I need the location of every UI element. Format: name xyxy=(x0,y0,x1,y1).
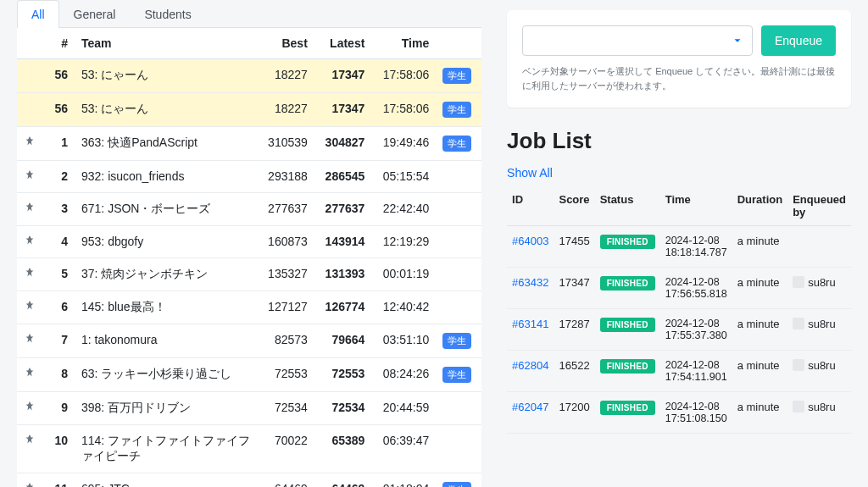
table-row: 9398: 百万円ドリブン725347253420:44:59 xyxy=(17,392,481,425)
rank: 6 xyxy=(42,291,75,324)
badge-cell xyxy=(436,392,481,425)
server-select[interactable] xyxy=(522,25,753,56)
time: 05:15:54 xyxy=(371,161,436,193)
best-score: 18227 xyxy=(257,59,314,93)
col-by: Enqueued by xyxy=(787,186,851,226)
pin-icon[interactable] xyxy=(17,226,42,258)
best-score: 127127 xyxy=(257,291,314,324)
badge-cell: 学生 xyxy=(436,358,481,392)
pin-icon[interactable] xyxy=(17,358,42,392)
latest-score: 72534 xyxy=(314,392,372,425)
badge-cell xyxy=(436,291,481,324)
best-score: 64469 xyxy=(257,473,314,488)
badge-cell: 学生 xyxy=(436,473,481,488)
time: 03:51:10 xyxy=(371,324,436,358)
job-duration: a minute xyxy=(732,226,787,268)
pin-icon[interactable] xyxy=(17,127,42,161)
job-time: 2024-12-0817:55:37.380 xyxy=(660,309,732,351)
rank: 9 xyxy=(42,392,75,425)
badge-cell: 学生 xyxy=(436,59,481,93)
student-badge: 学生 xyxy=(442,367,471,383)
pin-icon[interactable] xyxy=(17,193,42,226)
latest-score: 277637 xyxy=(314,193,372,226)
job-time: 2024-12-0817:56:55.818 xyxy=(660,268,732,309)
job-score: 17200 xyxy=(554,392,594,434)
best-score: 135327 xyxy=(257,258,314,291)
table-row: 537: 焼肉ジャンボチキン13532713139300:01:19 xyxy=(17,258,481,291)
best-score: 310539 xyxy=(257,127,314,161)
best-score: 18227 xyxy=(257,93,314,127)
job-id-link[interactable]: #63432 xyxy=(512,276,548,289)
table-row: 2932: isucon_friends29318828654505:15:54 xyxy=(17,161,481,193)
rank: 56 xyxy=(42,59,75,93)
team-name[interactable]: 114: ファイトファイトファイファイピーチ xyxy=(75,425,257,473)
jobs-table: ID Score Status Time Duration Enqueued b… xyxy=(507,186,851,434)
job-score: 17455 xyxy=(554,226,594,268)
team-name[interactable]: 932: isucon_friends xyxy=(75,161,257,193)
team-name[interactable]: 363: 快適PandAScript xyxy=(75,127,257,161)
latest-score: 304827 xyxy=(314,127,372,161)
rank: 8 xyxy=(42,358,75,392)
job-id-link[interactable]: #62804 xyxy=(512,359,548,372)
team-name[interactable]: 671: JSON・ボーヒーズ xyxy=(75,193,257,226)
time: 08:24:26 xyxy=(371,358,436,392)
job-time: 2024-12-0817:54:11.901 xyxy=(660,351,732,392)
student-badge: 学生 xyxy=(442,102,471,118)
team-name[interactable]: 53: にゃーん xyxy=(75,93,257,127)
team-name[interactable]: 398: 百万円ドリブン xyxy=(75,392,257,425)
job-score: 17347 xyxy=(554,268,594,309)
col-time: Time xyxy=(371,28,436,59)
job-duration: a minute xyxy=(732,392,787,434)
table-row: 4953: dbgofy16087314391412:19:29 xyxy=(17,226,481,258)
tab-students[interactable]: Students xyxy=(130,0,205,28)
table-row: 863: ラッキー小杉乗り過ごし725537255308:24:26学生 xyxy=(17,358,481,392)
tab-general[interactable]: General xyxy=(59,0,131,28)
time: 12:19:29 xyxy=(371,226,436,258)
pin-icon[interactable] xyxy=(17,392,42,425)
badge-cell xyxy=(436,425,481,473)
job-score: 16522 xyxy=(554,351,594,392)
job-id-link[interactable]: #63141 xyxy=(512,318,548,330)
pin-icon[interactable] xyxy=(17,425,42,473)
table-row: #6343217347FINISHED2024-12-0817:56:55.81… xyxy=(507,268,851,309)
col-score: Score xyxy=(554,186,594,226)
team-name[interactable]: 53: にゃーん xyxy=(75,59,257,93)
job-by: su8ru xyxy=(787,309,851,351)
table-row: #6400317455FINISHED2024-12-0818:18:14.78… xyxy=(507,226,851,268)
team-name[interactable]: 63: ラッキー小杉乗り過ごし xyxy=(75,358,257,392)
tab-all[interactable]: All xyxy=(17,0,59,28)
badge-cell: 学生 xyxy=(436,127,481,161)
pin-icon[interactable] xyxy=(17,59,42,93)
job-by xyxy=(787,226,851,268)
status-badge: FINISHED xyxy=(600,276,655,291)
team-name[interactable]: 1: takonomura xyxy=(75,324,257,358)
pin-icon[interactable] xyxy=(17,291,42,324)
latest-score: 286545 xyxy=(314,161,372,193)
job-id-link[interactable]: #64003 xyxy=(512,235,548,247)
latest-score: 17347 xyxy=(314,59,372,93)
pin-icon[interactable] xyxy=(17,473,42,488)
show-all-link[interactable]: Show All xyxy=(507,166,553,180)
team-name[interactable]: 695: JTC xyxy=(75,473,257,488)
enqueue-button[interactable]: Enqueue xyxy=(761,25,836,56)
team-name[interactable]: 953: dbgofy xyxy=(75,226,257,258)
pin-icon[interactable] xyxy=(17,258,42,291)
time: 01:18:04 xyxy=(371,473,436,488)
status-badge: FINISHED xyxy=(600,359,655,374)
job-id-link[interactable]: #62047 xyxy=(512,401,548,413)
team-name[interactable]: 37: 焼肉ジャンボチキン xyxy=(75,258,257,291)
pin-icon[interactable] xyxy=(17,324,42,358)
job-by: su8ru xyxy=(787,392,851,434)
rank: 3 xyxy=(42,193,75,226)
avatar-icon xyxy=(793,401,804,412)
avatar-icon xyxy=(793,359,804,371)
col-duration: Duration xyxy=(732,186,787,226)
pin-icon[interactable] xyxy=(17,161,42,193)
latest-score: 79664 xyxy=(314,324,372,358)
rank: 2 xyxy=(42,161,75,193)
team-name[interactable]: 145: blue最高！ xyxy=(75,291,257,324)
status-badge: FINISHED xyxy=(600,318,655,332)
col-jtime: Time xyxy=(660,186,732,226)
pin-icon[interactable] xyxy=(17,93,42,127)
table-row: 5653: にゃーん182271734717:58:06学生 xyxy=(17,59,481,93)
